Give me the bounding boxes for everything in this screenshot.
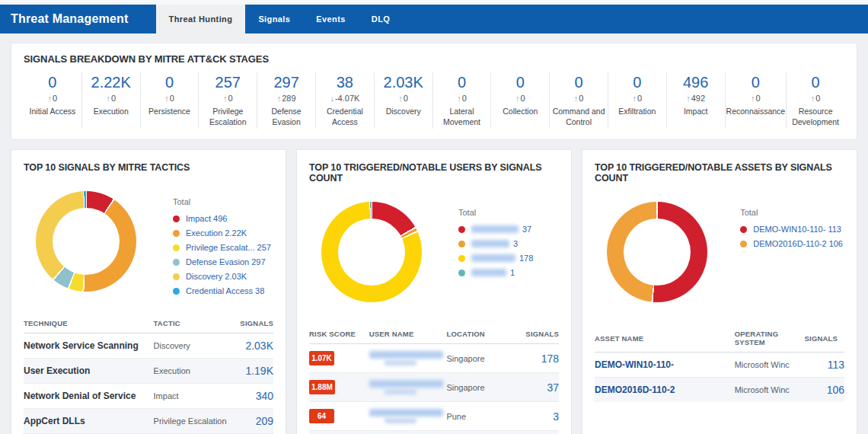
- donut-chart-assets[interactable]: [607, 202, 707, 302]
- stat-value: 257: [199, 74, 256, 91]
- redacted-user-name: [369, 351, 443, 359]
- col-header-tactic[interactable]: TACTIC: [154, 314, 228, 333]
- col-header-signals[interactable]: SIGNALS: [514, 325, 559, 344]
- app-header: Threat Management Threat HuntingSignalsE…: [0, 5, 868, 34]
- legend-item[interactable]: DEMO2016D-110-2 106: [740, 239, 843, 248]
- donut-chart-users[interactable]: [321, 202, 422, 302]
- stat-lateral-movement[interactable]: 0↑0Lateral Movement: [432, 72, 491, 129]
- stat-reconnaissance[interactable]: 0↑0Reconnaissance: [725, 72, 787, 129]
- stat-privilege-escalation[interactable]: 257↑0Privilege Escalation: [198, 72, 257, 129]
- donut-chart-tactics[interactable]: [36, 191, 136, 292]
- stat-impact[interactable]: 496↑492Impact: [666, 72, 725, 129]
- legend-item[interactable]: 3: [458, 239, 557, 248]
- redacted-user-name: [385, 418, 416, 423]
- legend-label: DEMO2016D-110-2 106: [753, 239, 843, 248]
- redacted-user-name: [471, 269, 506, 276]
- col-header-operating-system[interactable]: OPERATING SYSTEM: [735, 325, 805, 353]
- stat-discovery[interactable]: 2.03K↑0Discovery: [374, 72, 432, 129]
- table-row[interactable]: DEMO-WIN10-110-Microsoft Winc113: [595, 353, 844, 378]
- arrow-up-icon: ↑: [633, 94, 637, 103]
- col-header-user-name[interactable]: USER NAME: [369, 325, 447, 344]
- os-cell: Microsoft Winc: [735, 353, 805, 378]
- arrow-up-icon: ↑: [48, 94, 53, 103]
- risk-score-cell: 1.07K: [309, 344, 369, 373]
- chart-panels: TOP 10 SIGNALS BY MITRE TACTICSTotalImpa…: [11, 149, 857, 434]
- table-row[interactable]: 1.88MSingapore37: [309, 373, 559, 402]
- legend-item[interactable]: 37: [458, 225, 557, 234]
- legend-label: 178: [519, 254, 533, 263]
- legend-dot-icon: [173, 259, 180, 266]
- stat-execution[interactable]: 2.22K↑0Execution: [81, 72, 140, 129]
- legend-label: Privilege Escalat... 257: [186, 243, 271, 252]
- stat-exfiltration[interactable]: 0↑0Exfiltration: [608, 72, 666, 129]
- legend-item[interactable]: Impact 496: [173, 214, 272, 223]
- asset-name-cell: DEMO-WIN10-110-: [595, 353, 735, 378]
- col-header-location[interactable]: LOCATION: [446, 325, 514, 344]
- legend-item[interactable]: Privilege Escalat... 257: [173, 243, 272, 252]
- stat-delta: ↑492: [668, 94, 724, 103]
- legend-tactics: TotalImpact 496Execution 2.22KPrivilege …: [173, 180, 273, 311]
- risk-score-cell: 1.88M: [309, 373, 369, 402]
- tab-threat-hunting[interactable]: Threat Hunting: [156, 5, 246, 34]
- stat-label: Defense Evasion: [258, 107, 314, 127]
- legend-dot-icon: [173, 244, 180, 251]
- legend-dot-icon: [458, 226, 465, 233]
- col-header-asset-name[interactable]: ASSET NAME: [595, 325, 735, 353]
- table-row[interactable]: 1.07KSingapore178: [309, 344, 559, 373]
- stat-label: Persistence: [142, 107, 198, 117]
- table-row[interactable]: 64Pune3: [309, 402, 559, 431]
- col-header-risk-score[interactable]: RISK SCORE: [309, 325, 369, 344]
- table-row[interactable]: User ExecutionExecution1.19K: [24, 359, 273, 384]
- table-row[interactable]: Network Denial of ServiceImpact340: [24, 384, 273, 409]
- tactics-table: TECHNIQUETACTICSIGNALSNetwork Service Sc…: [24, 314, 273, 434]
- stat-collection[interactable]: 0↑0Collection: [490, 72, 549, 129]
- col-header-signals[interactable]: SIGNALS: [228, 314, 273, 333]
- stat-delta: ↑0: [83, 94, 139, 103]
- stat-label: Discovery: [375, 107, 432, 117]
- arrow-up-icon: ↑: [277, 94, 282, 103]
- stat-initial-access[interactable]: 0↑0Initial Access: [24, 72, 81, 129]
- legend-item[interactable]: Discovery 2.03K: [173, 272, 272, 281]
- legend-dot-icon: [173, 288, 180, 295]
- redacted-user-name: [471, 254, 515, 262]
- stat-delta: ↑0: [375, 94, 432, 103]
- table-row[interactable]: AppCert DLLsPrivilege Escalation209: [24, 409, 273, 434]
- table-row[interactable]: Network Service ScanningDiscovery2.03K: [24, 333, 273, 359]
- legend-item[interactable]: 178: [458, 254, 557, 263]
- stat-value: 0: [609, 74, 665, 91]
- legend-item[interactable]: Defense Evasion 297: [173, 257, 272, 266]
- arrow-up-icon: ↑: [574, 94, 579, 103]
- tab-dlq[interactable]: DLQ: [359, 5, 403, 34]
- donut-hole: [338, 219, 405, 286]
- mitre-stage-stats: 0↑0Initial Access2.22K↑0Execution0↑0Pers…: [24, 72, 844, 129]
- stat-label: Credential Access: [317, 107, 373, 127]
- stat-command-and-control[interactable]: 0↑0Command and Control: [549, 72, 608, 129]
- arrow-down-icon: ↓: [330, 94, 334, 103]
- col-header-technique[interactable]: TECHNIQUE: [24, 314, 154, 333]
- page-title: Threat Management: [11, 5, 129, 34]
- arrow-up-icon: ↑: [686, 94, 691, 103]
- asset-name-cell: DEMO2016D-110-2: [595, 378, 735, 403]
- table-row[interactable]: DEMO2016D-110-2Microsoft Winc106: [595, 378, 844, 403]
- technique-cell: AppCert DLLs: [24, 409, 154, 434]
- stat-persistence[interactable]: 0↑0Persistence: [140, 72, 199, 129]
- legend-dot-icon: [740, 226, 747, 233]
- legend-item[interactable]: 1: [458, 268, 557, 277]
- signals-cell: 37: [514, 373, 559, 402]
- stat-defense-evasion[interactable]: 297↑289Defense Evasion: [257, 72, 315, 129]
- stat-value: 0: [142, 74, 198, 91]
- table-row[interactable]: 48Pune1: [309, 431, 559, 434]
- donut-hole: [53, 208, 120, 275]
- col-header-signals[interactable]: SIGNALS: [805, 325, 844, 353]
- stat-resource-development[interactable]: 0↑0Resource Development: [786, 72, 844, 129]
- legend-item[interactable]: DEMO-WIN10-110- 113: [740, 225, 843, 234]
- legend-item[interactable]: Execution 2.22K: [173, 228, 272, 238]
- legend-item[interactable]: Credential Access 38: [173, 286, 272, 295]
- tab-events[interactable]: Events: [303, 5, 358, 34]
- risk-score-cell: 48: [309, 431, 369, 434]
- stat-credential-access[interactable]: 38↓-4.07KCredential Access: [315, 72, 374, 129]
- location-cell: Singapore: [446, 344, 514, 373]
- tab-signals[interactable]: Signals: [245, 5, 303, 34]
- chart-area-assets: TotalDEMO-WIN10-110- 113DEMO2016D-110-2 …: [595, 191, 844, 322]
- signals-cell: 113: [805, 353, 844, 378]
